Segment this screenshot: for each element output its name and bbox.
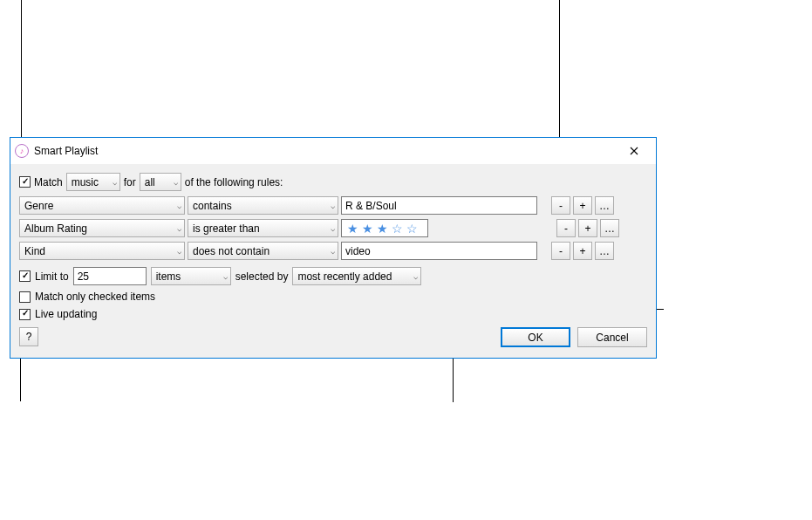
chevron-down-icon: ⌵ — [174, 178, 178, 187]
plus-icon: + — [579, 200, 585, 212]
select-value: is greater than — [193, 222, 260, 235]
rule-row: Kind ⌵ does not contain ⌵ video - + … — [19, 242, 647, 260]
star-filled-icon: ★ — [377, 222, 390, 236]
chevron-down-icon: ⌵ — [177, 202, 181, 210]
more-icon: … — [604, 222, 615, 235]
live-updating-label: Live updating — [35, 308, 97, 320]
rule-rating-input[interactable]: ★ ★ ★ ☆ ☆ — [341, 219, 428, 237]
close-icon — [630, 147, 638, 155]
help-icon: ? — [26, 331, 32, 343]
cancel-button[interactable]: Cancel — [577, 327, 647, 347]
plus-icon: + — [584, 222, 590, 235]
star-empty-icon: ☆ — [406, 222, 420, 236]
limit-value-input[interactable]: 25 — [73, 267, 147, 285]
match-checked-items-row: Match only checked items — [19, 291, 647, 303]
rule-field-select[interactable]: Album Rating ⌵ — [19, 219, 185, 237]
chevron-down-icon: ⌵ — [331, 247, 335, 256]
chevron-down-icon: ⌵ — [331, 224, 335, 233]
remove-rule-button[interactable]: - — [556, 219, 576, 237]
minus-icon: - — [559, 245, 563, 257]
minus-icon: - — [564, 222, 568, 235]
media-type-select[interactable]: music ⌵ — [66, 173, 120, 191]
button-label: OK — [528, 332, 542, 344]
select-value: Genre — [24, 200, 53, 212]
remove-rule-button[interactable]: - — [551, 242, 570, 260]
rule-field-select[interactable]: Kind ⌵ — [19, 242, 185, 260]
limit-checkbox[interactable] — [19, 270, 31, 282]
smart-playlist-dialog: ♪ Smart Playlist Match music ⌵ for all ⌵… — [10, 137, 657, 359]
input-value: R & B/Soul — [345, 200, 397, 212]
match-checked-items-checkbox[interactable] — [19, 291, 31, 303]
select-value: music — [72, 176, 99, 188]
more-icon: … — [599, 200, 610, 212]
input-value: video — [345, 245, 371, 257]
close-button[interactable] — [617, 139, 652, 163]
chevron-down-icon: ⌵ — [223, 272, 228, 281]
ok-button[interactable]: OK — [501, 327, 570, 347]
limit-row: Limit to 25 items ⌵ selected by most rec… — [19, 267, 647, 285]
minus-icon: - — [559, 200, 563, 212]
select-value: contains — [193, 200, 232, 212]
rule-operator-select[interactable]: is greater than ⌵ — [188, 219, 338, 237]
chevron-down-icon: ⌵ — [177, 224, 181, 233]
button-label: Cancel — [596, 332, 628, 344]
star-filled-icon: ★ — [362, 222, 375, 236]
match-checked-items-label: Match only checked items — [35, 291, 155, 303]
limit-label: Limit to — [35, 270, 69, 283]
live-updating-row: Live updating — [19, 308, 647, 320]
rule-value-input[interactable]: R & B/Soul — [341, 196, 537, 215]
for-label: for — [124, 176, 136, 188]
rule-field-select[interactable]: Genre ⌵ — [19, 196, 185, 215]
app-icon: ♪ — [15, 144, 29, 158]
select-value: does not contain — [193, 245, 270, 257]
live-updating-checkbox[interactable] — [19, 309, 31, 320]
match-label: Match — [34, 176, 63, 188]
rule-value-input[interactable]: video — [341, 242, 537, 260]
match-suffix: of the following rules: — [185, 176, 283, 188]
rule-operator-select[interactable]: contains ⌵ — [188, 196, 338, 215]
dialog-footer: ? OK Cancel — [19, 327, 647, 347]
callout-line — [20, 352, 21, 401]
rule-operator-select[interactable]: does not contain ⌵ — [188, 242, 338, 260]
more-icon: … — [599, 245, 610, 257]
limit-unit-select[interactable]: items ⌵ — [151, 267, 231, 285]
match-row: Match music ⌵ for all ⌵ of the following… — [19, 173, 647, 191]
chevron-down-icon: ⌵ — [413, 272, 418, 281]
star-empty-icon: ☆ — [392, 222, 405, 236]
input-value: 25 — [78, 270, 89, 283]
match-checkbox[interactable] — [19, 176, 31, 188]
dialog-content: Match music ⌵ for all ⌵ of the following… — [10, 164, 656, 358]
nest-rule-button[interactable]: … — [595, 196, 614, 215]
select-value: Album Rating — [24, 222, 87, 235]
selected-by-select[interactable]: most recently added ⌵ — [292, 267, 421, 285]
help-button[interactable]: ? — [19, 327, 38, 346]
rule-row: Album Rating ⌵ is greater than ⌵ ★ ★ ★ ☆… — [19, 219, 647, 237]
titlebar: ♪ Smart Playlist — [10, 138, 656, 164]
options-section: Limit to 25 items ⌵ selected by most rec… — [19, 267, 647, 320]
select-value: items — [156, 270, 181, 283]
chevron-down-icon: ⌵ — [177, 247, 181, 256]
select-value: most recently added — [297, 270, 392, 283]
rules-list: Genre ⌵ contains ⌵ R & B/Soul - + … Albu… — [19, 196, 647, 260]
window-title: Smart Playlist — [34, 145, 617, 157]
plus-icon: + — [579, 245, 585, 257]
select-value: Kind — [24, 245, 45, 257]
nest-rule-button[interactable]: … — [595, 242, 614, 260]
chevron-down-icon: ⌵ — [331, 202, 335, 210]
add-rule-button[interactable]: + — [573, 196, 592, 215]
selected-by-label: selected by — [235, 270, 289, 283]
chevron-down-icon: ⌵ — [113, 178, 117, 187]
star-filled-icon: ★ — [347, 222, 360, 236]
scope-select[interactable]: all ⌵ — [140, 173, 181, 191]
select-value: all — [145, 176, 155, 188]
nest-rule-button[interactable]: … — [600, 219, 619, 237]
rule-row: Genre ⌵ contains ⌵ R & B/Soul - + … — [19, 196, 647, 215]
remove-rule-button[interactable]: - — [551, 196, 570, 215]
add-rule-button[interactable]: + — [573, 242, 592, 260]
add-rule-button[interactable]: + — [578, 219, 597, 237]
